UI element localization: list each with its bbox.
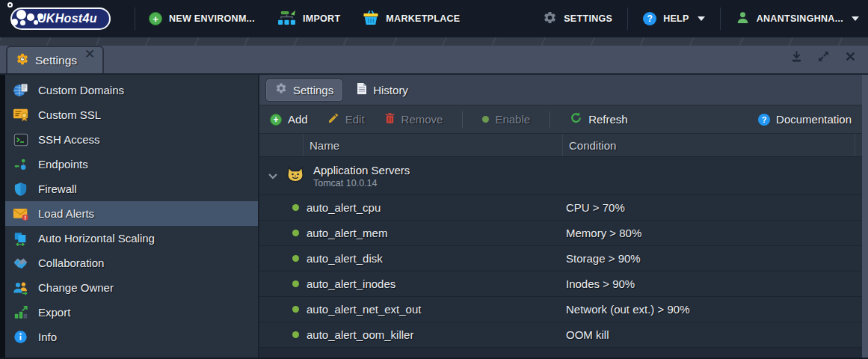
- sidebar-item-custom-domains[interactable]: Custom Domains: [0, 78, 258, 102]
- user-menu-button[interactable]: ANANTSINGHNA...: [736, 10, 859, 28]
- logo-bubble-icon: [27, 13, 34, 21]
- settings-button[interactable]: SETTINGS: [543, 10, 612, 28]
- table-row[interactable]: auto_alert_disk Storage > 90%: [259, 246, 862, 271]
- table-row[interactable]: auto_alert_mem Memory > 80%: [259, 221, 862, 246]
- remove-button[interactable]: Remove: [384, 112, 443, 127]
- enable-dot-icon: [482, 116, 489, 123]
- add-button[interactable]: + Add: [270, 113, 308, 126]
- scrollbar-spacer: [855, 134, 862, 156]
- expand-icon[interactable]: [816, 49, 831, 64]
- marketplace-icon: [363, 10, 379, 28]
- custom-ssl-icon: [13, 107, 28, 123]
- table-header: Name Condition: [259, 134, 862, 157]
- sidebar-item-export[interactable]: Export: [0, 300, 258, 325]
- import-button[interactable]: IMPORT: [277, 10, 340, 28]
- name-column-header[interactable]: Name: [303, 134, 562, 156]
- logo-bubble-icon: [34, 20, 38, 25]
- sidebar-item-ssh-access[interactable]: SSH Access: [0, 127, 258, 152]
- edit-button[interactable]: Edit: [327, 112, 365, 127]
- tab-settings[interactable]: Settings: [265, 79, 343, 102]
- pencil-icon: [327, 112, 339, 127]
- ssh-access-icon: [13, 132, 28, 147]
- status-column-header[interactable]: [259, 134, 303, 156]
- refresh-button[interactable]: Refresh: [570, 111, 628, 127]
- refresh-icon: [570, 111, 582, 127]
- sidebar-item-firewall[interactable]: Firewall: [0, 177, 258, 201]
- help-icon: ?: [758, 114, 770, 126]
- divider: [720, 7, 721, 30]
- settings-window-tab[interactable]: Settings ✕: [6, 46, 104, 73]
- status-dot-icon: [292, 280, 299, 287]
- divider: [462, 111, 463, 128]
- user-icon: [736, 10, 750, 28]
- status-dot-icon: [292, 230, 299, 236]
- enable-button[interactable]: Enable: [482, 113, 530, 126]
- logo-bubble-icon: [37, 13, 43, 19]
- export-icon: [13, 304, 28, 320]
- ukhost4u-logo[interactable]: UKHost4u: [10, 7, 121, 31]
- load-alerts-panel: Settings History + Add: [259, 75, 862, 358]
- gear-icon: [275, 82, 287, 97]
- table-row[interactable]: auto_alert_cpu CPU > 70%: [259, 195, 862, 221]
- documentation-link[interactable]: ? Documentation: [758, 113, 852, 126]
- logo-text: UKHost4u: [37, 12, 97, 25]
- top-bar: UKHost4u + NEW ENVIRONM...: [0, 0, 868, 37]
- alerts-table: Name Condition Application Serve: [259, 134, 862, 358]
- chevron-down-icon: [698, 16, 705, 21]
- download-icon[interactable]: [789, 49, 804, 64]
- firewall-shield-icon: [13, 181, 28, 197]
- window-tab-title: Settings: [35, 54, 77, 67]
- table-row[interactable]: auto_alert_oom_killer OOM kill: [259, 322, 862, 348]
- chevron-down-icon: [852, 16, 859, 21]
- status-dot-icon: [292, 255, 299, 262]
- group-title: Application Servers: [313, 164, 410, 177]
- panel-tab-bar: Settings History: [259, 75, 862, 105]
- sidebar-item-load-alerts[interactable]: Load Alerts: [0, 201, 258, 226]
- status-dot-icon: [292, 306, 299, 313]
- logo-pill: UKHost4u: [10, 7, 111, 30]
- marketplace-button[interactable]: MARKETPLACE: [363, 10, 460, 28]
- gear-icon: [543, 10, 557, 28]
- alerts-toolbar: + Add Edit Remove: [259, 105, 862, 134]
- new-environment-button[interactable]: + NEW ENVIRONM...: [149, 12, 255, 25]
- logo-bubble-icon: [16, 10, 26, 19]
- sidebar-item-auto-horizontal-scaling[interactable]: Auto Horizontal Scaling: [0, 226, 258, 251]
- logo-bubble-icon: [11, 19, 18, 25]
- custom-domains-icon: [13, 82, 28, 98]
- collaboration-handshake-icon: [13, 255, 28, 271]
- gear-wrench-icon: [16, 52, 29, 69]
- plus-circle-icon: +: [270, 114, 282, 126]
- logo-bubble-icon: [20, 20, 25, 25]
- settings-sidebar: Custom Domains Custom SSL SSH Access End…: [0, 75, 259, 358]
- sidebar-item-custom-ssl[interactable]: Custom SSL: [0, 102, 258, 127]
- sidebar-item-info[interactable]: Info: [0, 325, 258, 349]
- help-menu-button[interactable]: ? HELP: [643, 12, 705, 25]
- divider: [135, 7, 135, 30]
- info-icon: [13, 329, 28, 345]
- divider: [627, 7, 628, 30]
- condition-column-header[interactable]: Condition: [562, 134, 855, 156]
- group-row-application-servers[interactable]: Application Servers Tomcat 10.0.14: [259, 157, 862, 195]
- sidebar-item-change-owner[interactable]: Change Owner: [0, 275, 258, 300]
- table-row[interactable]: auto_alert_net_ext_out Network (out ext.…: [259, 297, 862, 322]
- close-icon[interactable]: [843, 49, 858, 64]
- help-icon: ?: [643, 12, 656, 25]
- tab-history[interactable]: History: [351, 82, 414, 98]
- panel-right-edge: [862, 75, 868, 358]
- status-dot-icon: [292, 204, 299, 211]
- table-row[interactable]: auto_alert_inodes Inodes > 90%: [259, 271, 862, 297]
- load-alerts-icon: [13, 206, 28, 221]
- tomcat-icon: [286, 166, 305, 185]
- endpoints-icon: [13, 156, 28, 172]
- chevron-down-icon[interactable]: [268, 169, 277, 182]
- sidebar-item-endpoints[interactable]: Endpoints: [0, 152, 258, 177]
- auto-horizontal-scaling-icon: [13, 230, 28, 246]
- sidebar-item-collaboration[interactable]: Collaboration: [0, 251, 258, 275]
- logo-bubble-icon: [7, 2, 13, 7]
- group-subtitle: Tomcat 10.0.14: [313, 178, 410, 188]
- close-tab-icon[interactable]: ✕: [84, 48, 95, 61]
- import-icon: [277, 10, 296, 28]
- history-document-icon: [357, 82, 367, 98]
- status-dot-icon: [292, 331, 299, 338]
- divider: [550, 111, 550, 128]
